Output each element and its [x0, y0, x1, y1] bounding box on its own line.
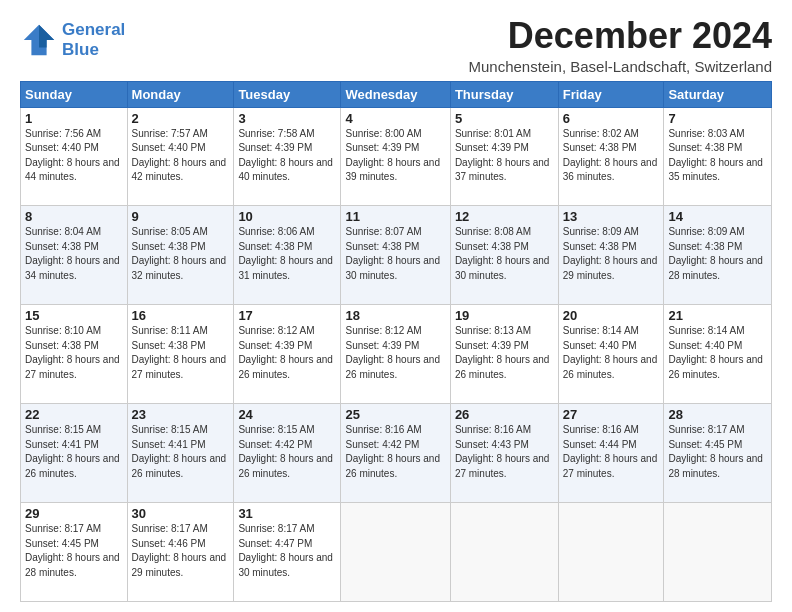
- sunrise-label: Sunrise: 8:09 AM: [563, 226, 639, 237]
- sunrise-label: Sunrise: 8:17 AM: [238, 523, 314, 534]
- calendar-cell: 20 Sunrise: 8:14 AM Sunset: 4:40 PM Dayl…: [558, 305, 664, 404]
- daylight-label: Daylight: 8 hours and 26 minutes.: [455, 354, 550, 380]
- day-info: Sunrise: 8:15 AM Sunset: 4:41 PM Dayligh…: [132, 423, 230, 481]
- day-number: 20: [563, 308, 660, 323]
- calendar-week-row: 15 Sunrise: 8:10 AM Sunset: 4:38 PM Dayl…: [21, 305, 772, 404]
- day-number: 23: [132, 407, 230, 422]
- logo: General Blue: [20, 20, 125, 61]
- calendar-week-row: 22 Sunrise: 8:15 AM Sunset: 4:41 PM Dayl…: [21, 404, 772, 503]
- logo-text: General Blue: [62, 20, 125, 61]
- calendar-cell: 18 Sunrise: 8:12 AM Sunset: 4:39 PM Dayl…: [341, 305, 450, 404]
- calendar-week-row: 8 Sunrise: 8:04 AM Sunset: 4:38 PM Dayli…: [21, 206, 772, 305]
- day-info: Sunrise: 8:14 AM Sunset: 4:40 PM Dayligh…: [563, 324, 660, 382]
- day-info: Sunrise: 8:16 AM Sunset: 4:43 PM Dayligh…: [455, 423, 554, 481]
- sunrise-label: Sunrise: 8:16 AM: [455, 424, 531, 435]
- day-info: Sunrise: 8:17 AM Sunset: 4:47 PM Dayligh…: [238, 522, 336, 580]
- sunset-label: Sunset: 4:44 PM: [563, 439, 637, 450]
- sunset-label: Sunset: 4:39 PM: [455, 142, 529, 153]
- day-number: 10: [238, 209, 336, 224]
- day-info: Sunrise: 8:11 AM Sunset: 4:38 PM Dayligh…: [132, 324, 230, 382]
- day-info: Sunrise: 8:09 AM Sunset: 4:38 PM Dayligh…: [563, 225, 660, 283]
- sunrise-label: Sunrise: 8:15 AM: [132, 424, 208, 435]
- calendar-cell: 6 Sunrise: 8:02 AM Sunset: 4:38 PM Dayli…: [558, 107, 664, 206]
- daylight-label: Daylight: 8 hours and 29 minutes.: [563, 255, 658, 281]
- day-number: 8: [25, 209, 123, 224]
- daylight-label: Daylight: 8 hours and 26 minutes.: [345, 453, 440, 479]
- weekday-header: Sunday: [21, 81, 128, 107]
- calendar-week-row: 29 Sunrise: 8:17 AM Sunset: 4:45 PM Dayl…: [21, 503, 772, 602]
- sunset-label: Sunset: 4:38 PM: [25, 241, 99, 252]
- calendar-cell: 7 Sunrise: 8:03 AM Sunset: 4:38 PM Dayli…: [664, 107, 772, 206]
- day-info: Sunrise: 8:14 AM Sunset: 4:40 PM Dayligh…: [668, 324, 767, 382]
- calendar-cell: 14 Sunrise: 8:09 AM Sunset: 4:38 PM Dayl…: [664, 206, 772, 305]
- sunrise-label: Sunrise: 8:12 AM: [238, 325, 314, 336]
- day-number: 6: [563, 111, 660, 126]
- day-number: 15: [25, 308, 123, 323]
- day-number: 5: [455, 111, 554, 126]
- svg-marker-1: [39, 25, 54, 48]
- logo-line1: General: [62, 20, 125, 40]
- calendar-cell: 26 Sunrise: 8:16 AM Sunset: 4:43 PM Dayl…: [450, 404, 558, 503]
- daylight-label: Daylight: 8 hours and 26 minutes.: [345, 354, 440, 380]
- sunrise-label: Sunrise: 8:05 AM: [132, 226, 208, 237]
- daylight-label: Daylight: 8 hours and 27 minutes.: [132, 354, 227, 380]
- daylight-label: Daylight: 8 hours and 27 minutes.: [455, 453, 550, 479]
- day-info: Sunrise: 8:12 AM Sunset: 4:39 PM Dayligh…: [345, 324, 445, 382]
- calendar-cell: [558, 503, 664, 602]
- weekday-header: Thursday: [450, 81, 558, 107]
- day-info: Sunrise: 8:03 AM Sunset: 4:38 PM Dayligh…: [668, 127, 767, 185]
- calendar-cell: 12 Sunrise: 8:08 AM Sunset: 4:38 PM Dayl…: [450, 206, 558, 305]
- day-info: Sunrise: 8:04 AM Sunset: 4:38 PM Dayligh…: [25, 225, 123, 283]
- day-info: Sunrise: 8:01 AM Sunset: 4:39 PM Dayligh…: [455, 127, 554, 185]
- weekday-header: Wednesday: [341, 81, 450, 107]
- sunrise-label: Sunrise: 8:16 AM: [345, 424, 421, 435]
- calendar-cell: 30 Sunrise: 8:17 AM Sunset: 4:46 PM Dayl…: [127, 503, 234, 602]
- day-info: Sunrise: 8:17 AM Sunset: 4:45 PM Dayligh…: [25, 522, 123, 580]
- day-info: Sunrise: 7:58 AM Sunset: 4:39 PM Dayligh…: [238, 127, 336, 185]
- day-info: Sunrise: 8:09 AM Sunset: 4:38 PM Dayligh…: [668, 225, 767, 283]
- day-info: Sunrise: 8:17 AM Sunset: 4:46 PM Dayligh…: [132, 522, 230, 580]
- calendar-week-row: 1 Sunrise: 7:56 AM Sunset: 4:40 PM Dayli…: [21, 107, 772, 206]
- sunset-label: Sunset: 4:43 PM: [455, 439, 529, 450]
- title-block: December 2024 Munchenstein, Basel-Landsc…: [468, 16, 772, 75]
- day-number: 29: [25, 506, 123, 521]
- calendar-cell: 16 Sunrise: 8:11 AM Sunset: 4:38 PM Dayl…: [127, 305, 234, 404]
- day-info: Sunrise: 8:05 AM Sunset: 4:38 PM Dayligh…: [132, 225, 230, 283]
- day-info: Sunrise: 8:06 AM Sunset: 4:38 PM Dayligh…: [238, 225, 336, 283]
- day-number: 25: [345, 407, 445, 422]
- sunrise-label: Sunrise: 8:17 AM: [668, 424, 744, 435]
- calendar-cell: 25 Sunrise: 8:16 AM Sunset: 4:42 PM Dayl…: [341, 404, 450, 503]
- daylight-label: Daylight: 8 hours and 27 minutes.: [563, 453, 658, 479]
- daylight-label: Daylight: 8 hours and 28 minutes.: [668, 255, 763, 281]
- calendar-cell: 2 Sunrise: 7:57 AM Sunset: 4:40 PM Dayli…: [127, 107, 234, 206]
- sunset-label: Sunset: 4:38 PM: [132, 340, 206, 351]
- day-info: Sunrise: 8:15 AM Sunset: 4:42 PM Dayligh…: [238, 423, 336, 481]
- calendar-cell: 10 Sunrise: 8:06 AM Sunset: 4:38 PM Dayl…: [234, 206, 341, 305]
- calendar-cell: 22 Sunrise: 8:15 AM Sunset: 4:41 PM Dayl…: [21, 404, 128, 503]
- day-number: 16: [132, 308, 230, 323]
- day-number: 7: [668, 111, 767, 126]
- month-title: December 2024: [468, 16, 772, 56]
- sunrise-label: Sunrise: 8:04 AM: [25, 226, 101, 237]
- sunrise-label: Sunrise: 8:13 AM: [455, 325, 531, 336]
- sunset-label: Sunset: 4:38 PM: [668, 142, 742, 153]
- day-number: 3: [238, 111, 336, 126]
- daylight-label: Daylight: 8 hours and 32 minutes.: [132, 255, 227, 281]
- day-info: Sunrise: 8:16 AM Sunset: 4:44 PM Dayligh…: [563, 423, 660, 481]
- calendar-cell: 24 Sunrise: 8:15 AM Sunset: 4:42 PM Dayl…: [234, 404, 341, 503]
- sunrise-label: Sunrise: 8:17 AM: [132, 523, 208, 534]
- sunrise-label: Sunrise: 8:12 AM: [345, 325, 421, 336]
- calendar-cell: [450, 503, 558, 602]
- day-info: Sunrise: 8:00 AM Sunset: 4:39 PM Dayligh…: [345, 127, 445, 185]
- day-number: 4: [345, 111, 445, 126]
- sunrise-label: Sunrise: 8:11 AM: [132, 325, 208, 336]
- daylight-label: Daylight: 8 hours and 40 minutes.: [238, 157, 333, 183]
- day-number: 1: [25, 111, 123, 126]
- daylight-label: Daylight: 8 hours and 31 minutes.: [238, 255, 333, 281]
- day-number: 11: [345, 209, 445, 224]
- daylight-label: Daylight: 8 hours and 26 minutes.: [238, 453, 333, 479]
- sunrise-label: Sunrise: 8:07 AM: [345, 226, 421, 237]
- day-number: 21: [668, 308, 767, 323]
- daylight-label: Daylight: 8 hours and 30 minutes.: [238, 552, 333, 578]
- sunset-label: Sunset: 4:40 PM: [668, 340, 742, 351]
